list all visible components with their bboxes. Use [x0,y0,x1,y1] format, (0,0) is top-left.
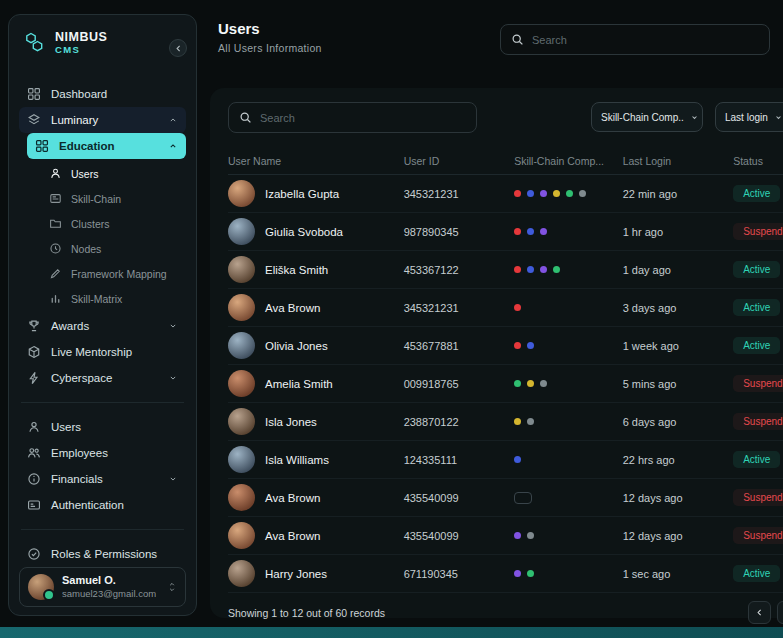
table-toolbar: Skill-Chain Comp.. Last login [228,102,783,133]
table-header-row: User Name User ID Skill-Chain Comp... La… [228,147,783,175]
last-login: 12 days ago [623,530,734,542]
table-row[interactable]: Harry Jones 671190345 1 sec ago Active [228,555,783,593]
sidebar-item-label: Roles & Permissions [51,548,157,560]
table-row[interactable]: Ava Brown 435540099 12 days ago Suspende… [228,479,783,517]
pagination-next-button[interactable] [777,601,783,624]
global-search-input[interactable] [532,34,759,46]
sidebar-item-awards[interactable]: Awards [19,313,186,339]
avatar [228,370,255,397]
global-search[interactable] [500,24,770,55]
column-header: Skill-Chain Comp... [514,155,623,167]
user-id: 435540099 [404,530,515,542]
status-badge: Suspended [733,489,783,506]
last-login: 1 day ago [623,264,734,276]
filter-label: Last login [725,112,768,123]
bottom-accent-bar [0,627,783,638]
status-badge: Suspended [733,223,783,240]
brand: NIMBUS CMS [19,31,186,55]
sidebar-item-label: Education [59,140,115,152]
sidebar-item-live-mentorship[interactable]: Live Mentorship [19,339,186,365]
skill-chain-dots [514,190,623,197]
sidebar-item-label: Employees [51,447,108,459]
sidebar-item-employees[interactable]: Employees [19,440,186,466]
layers-icon [27,113,41,127]
sidebar-item-cyberspace[interactable]: Cyberspace [19,365,186,391]
submenu-item-users[interactable]: Users [19,161,186,186]
table-search-input[interactable] [260,112,466,124]
cube-icon [27,345,41,359]
last-login: 22 min ago [623,188,734,200]
submenu-item-framework-mapping[interactable]: Framework Mapping [19,261,186,286]
people-icon [27,446,41,460]
sidebar-item-label: Financials [51,473,103,485]
submenu-item-label: Skill-Matrix [71,293,122,305]
user-name: Isla Williams [265,454,329,466]
skill-chain-dots [514,492,623,504]
last-login: 22 hrs ago [623,454,734,466]
table-row[interactable]: Eliška Smith 453367122 1 day ago Active [228,251,783,289]
sidebar-item-authentication[interactable]: Authentication [19,492,186,518]
check-circle-icon [27,547,41,561]
table-row[interactable]: Ava Brown 435540099 12 days ago Suspende… [228,517,783,555]
table-row[interactable]: Amelia Smith 009918765 5 mins ago Suspen… [228,365,783,403]
bolt-icon [27,371,41,385]
profile-name: Samuel O. [62,574,156,588]
user-name: Eliška Smith [265,264,328,276]
filter-last-login[interactable]: Last login [715,102,783,132]
submenu-item-clusters[interactable]: Clusters [19,211,186,236]
user-name: Giulia Svoboda [265,226,343,238]
submenu-item-skill-chain[interactable]: Skill-Chain [19,186,186,211]
pagination-prev-button[interactable] [748,601,771,624]
status-badge: Suspended [733,527,783,544]
table-row[interactable]: Izabella Gupta 345321231 22 min ago Acti… [228,175,783,213]
user-id: 453367122 [404,264,515,276]
chevron-left-icon [755,608,764,617]
users-table-card: Skill-Chain Comp.. Last login User Name … [210,88,783,618]
table-footer: Showing 1 to 12 out of 60 records [228,601,783,627]
status-badge: Active [733,451,780,468]
sidebar-item-dashboard[interactable]: Dashboard [19,81,186,107]
filter-label: Skill-Chain Comp.. [601,112,684,123]
brand-name: NIMBUS [55,31,107,45]
sidebar-item-education[interactable]: Education [27,133,186,159]
table-row[interactable]: Isla Williams 124335111 22 hrs ago Activ… [228,441,783,479]
skill-chain-dots [514,532,623,539]
last-login: 1 week ago [623,340,734,352]
id-card-icon [27,498,41,512]
grid-icon [35,139,49,153]
profile-card[interactable]: Samuel O. samuel23@gmail.com [19,567,186,607]
sidebar-item-roles-permissions[interactable]: Roles & Permissions [19,541,186,567]
table-row[interactable]: Giulia Svoboda 987890345 1 hr ago Suspen… [228,213,783,251]
sidebar-item-label: Dashboard [51,88,107,100]
grid-icon [27,87,41,101]
status-badge: Active [733,185,780,202]
avatar [228,560,255,587]
chevron-up-icon [168,141,178,151]
sidebar-item-users[interactable]: Users [19,414,186,440]
sidebar-item-label: Users [51,421,81,433]
table-row[interactable]: Isla Jones 238870122 6 days ago Suspende… [228,403,783,441]
skill-chain-dots [514,456,623,463]
sidebar: NIMBUS CMS Dashboard Luminary Educ [8,14,197,616]
skill-chain-dots [514,380,623,387]
person-icon [49,167,62,180]
table-row[interactable]: Ava Brown 345321231 3 days ago Active [228,289,783,327]
table-search[interactable] [228,102,477,133]
skill-chain-dots [514,304,623,311]
avatar [228,218,255,245]
submenu-item-label: Users [71,168,98,180]
sidebar-item-financials[interactable]: Financials [19,466,186,492]
status-badge: Suspended [733,413,783,430]
sidebar-collapse-button[interactable] [169,39,187,57]
sidebar-item-luminary[interactable]: Luminary [19,107,186,133]
user-name: Ava Brown [265,492,320,504]
filter-skill-chain[interactable]: Skill-Chain Comp.. [591,102,703,132]
user-name: Isla Jones [265,416,317,428]
status-badge: Suspended [733,375,783,392]
user-id: 009918765 [404,378,515,390]
table-row[interactable]: Olivia Jones 453677881 1 week ago Active [228,327,783,365]
chevron-down-icon [168,373,178,383]
submenu-item-nodes[interactable]: Nodes [19,236,186,261]
submenu-item-label: Clusters [71,218,110,230]
submenu-item-skill-matrix[interactable]: Skill-Matrix [19,286,186,311]
